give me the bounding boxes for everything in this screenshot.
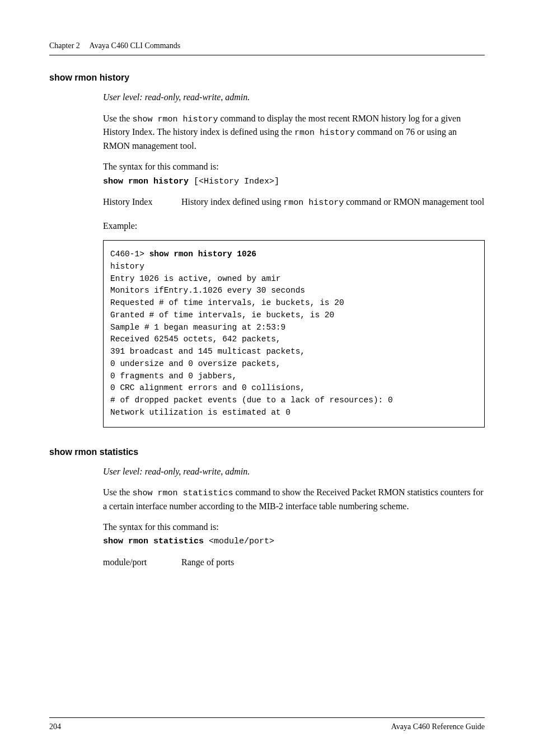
param-row-statistics: module/port Range of ports <box>103 556 485 569</box>
example-label: Example: <box>103 219 485 232</box>
page-number: 204 <box>49 721 61 732</box>
chapter-label: Chapter 2 <box>49 41 80 50</box>
syntax-line-statistics: show rmon statistics <module/port> <box>103 536 485 548</box>
code-output: history Entry 1026 is active, owned by a… <box>110 262 393 417</box>
user-level-statistics: User level: read-only, read-write, admin… <box>103 465 485 478</box>
param-desc: History index defined using rmon history… <box>181 195 485 209</box>
user-level-history: User level: read-only, read-write, admin… <box>103 91 485 104</box>
code-command: show rmon history 1026 <box>149 250 256 259</box>
param-name: module/port <box>103 556 181 569</box>
syntax-intro-history: The syntax for this command is: <box>103 160 485 173</box>
running-header: Chapter 2 Avaya C460 CLI Commands <box>49 40 485 51</box>
code-block-history: C460-1> show rmon history 1026 history E… <box>103 240 485 428</box>
section-title-statistics: show rmon statistics <box>49 445 485 458</box>
code-prompt: C460-1> <box>110 250 149 259</box>
footer: 204 Avaya C460 Reference Guide <box>49 717 485 732</box>
chapter-title: Avaya C460 CLI Commands <box>90 41 181 50</box>
inline-code: rmon history <box>294 128 355 138</box>
section-title-history: show rmon history <box>49 71 485 84</box>
param-name: History Index <box>103 195 181 209</box>
footer-rule <box>49 717 485 718</box>
description-statistics: Use the show rmon statistics command to … <box>103 486 485 513</box>
doc-title: Avaya C460 Reference Guide <box>391 721 485 732</box>
inline-code: show rmon statistics <box>132 489 233 498</box>
text: Use the <box>103 114 132 123</box>
param-row-history: History Index History index defined usin… <box>103 195 485 209</box>
syntax-rest: [<History Index>] <box>189 177 279 186</box>
header-rule <box>49 55 485 55</box>
syntax-bold: show rmon statistics <box>103 537 204 546</box>
syntax-bold: show rmon history <box>103 177 189 186</box>
inline-code: rmon history <box>283 198 344 208</box>
text: History index defined using <box>181 197 283 206</box>
text: command or RMON management tool <box>344 197 484 206</box>
param-desc: Range of ports <box>181 556 485 569</box>
syntax-rest: <module/port> <box>204 537 274 546</box>
text: Use the <box>103 487 132 497</box>
syntax-line-history: show rmon history [<History Index>] <box>103 176 485 188</box>
inline-code: show rmon history <box>132 115 218 124</box>
description-history: Use the show rmon history command to dis… <box>103 112 485 153</box>
syntax-intro-statistics: The syntax for this command is: <box>103 520 485 533</box>
